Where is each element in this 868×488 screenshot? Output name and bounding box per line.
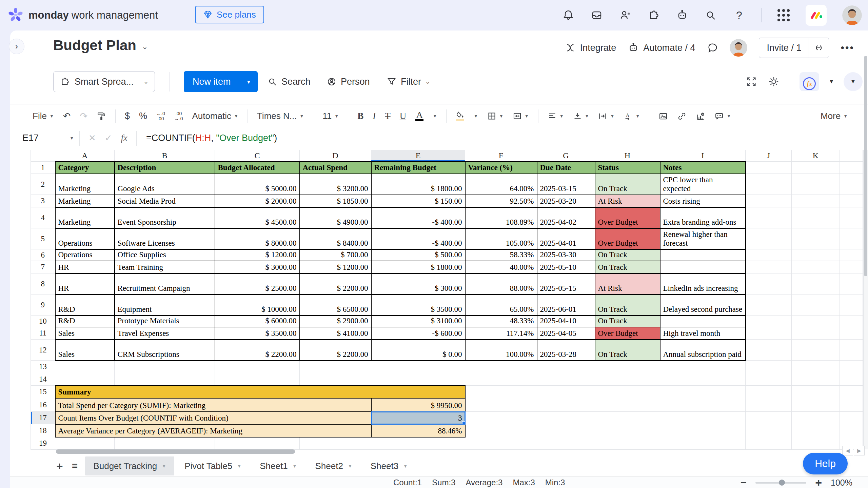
percent-format-icon[interactable]: % bbox=[139, 111, 147, 121]
notes-cell[interactable]: Extra branding add-ons bbox=[660, 207, 746, 228]
cell[interactable]: R&D bbox=[55, 294, 115, 316]
cell[interactable]: 2025-05-15 bbox=[537, 273, 595, 294]
sheet-tab-budget-tracking[interactable]: Budget Tracking▼ bbox=[85, 456, 174, 475]
cell[interactable] bbox=[746, 249, 792, 261]
ai-assistant-icon[interactable] bbox=[676, 9, 689, 22]
help-button[interactable]: Help bbox=[803, 453, 848, 474]
cell[interactable] bbox=[595, 398, 660, 412]
column-header-F[interactable]: F bbox=[465, 150, 537, 162]
cell[interactable] bbox=[660, 373, 746, 386]
selected-cell[interactable]: 3 bbox=[371, 412, 465, 424]
cell[interactable]: $ 3500.00 bbox=[215, 327, 300, 340]
cell[interactable]: 2025-05-10 bbox=[537, 261, 595, 273]
view-selector[interactable]: Smart Sprea... ⌄ bbox=[53, 71, 155, 92]
cell[interactable] bbox=[792, 437, 840, 450]
zoom-out-icon[interactable]: − bbox=[741, 479, 747, 486]
cell[interactable] bbox=[660, 398, 746, 412]
underline-icon[interactable]: U bbox=[400, 111, 407, 121]
row-header-5[interactable]: 5 bbox=[31, 228, 55, 249]
row-header-18[interactable]: 18 bbox=[31, 424, 55, 437]
row-header-10[interactable]: 10 bbox=[31, 316, 55, 327]
cell[interactable] bbox=[840, 386, 863, 398]
notes-cell[interactable]: Annual subscription paid bbox=[660, 340, 746, 361]
cell[interactable]: 65.00% bbox=[465, 294, 537, 316]
notes-cell[interactable]: High travel month bbox=[660, 327, 746, 340]
cell[interactable] bbox=[537, 386, 595, 398]
strikethrough-icon[interactable]: T bbox=[385, 111, 391, 121]
cell[interactable] bbox=[746, 398, 792, 412]
cell[interactable] bbox=[55, 361, 115, 373]
cell[interactable]: Team Training bbox=[115, 261, 215, 273]
add-sheet-icon[interactable]: + bbox=[56, 460, 63, 473]
cell[interactable]: Google Ads bbox=[115, 174, 215, 195]
cell[interactable] bbox=[792, 373, 840, 386]
expand-sidebar-button[interactable]: › bbox=[9, 39, 24, 54]
status-cell[interactable]: At Risk bbox=[595, 273, 660, 294]
cell[interactable]: $ 3500.00 bbox=[371, 294, 465, 316]
help-icon[interactable]: ? bbox=[733, 9, 746, 22]
cell[interactable] bbox=[537, 373, 595, 386]
apps-marketplace-icon[interactable] bbox=[647, 9, 660, 22]
borders-icon[interactable]: ▼ bbox=[487, 111, 504, 121]
cell[interactable] bbox=[595, 437, 660, 450]
cell[interactable]: Event Sponsorship bbox=[115, 207, 215, 228]
row-header-14[interactable]: 14 bbox=[31, 373, 55, 386]
board-menu-icon[interactable]: ••• bbox=[841, 42, 854, 54]
column-header-K[interactable]: K bbox=[792, 150, 840, 162]
header-cell[interactable]: Actual Spend bbox=[300, 162, 371, 174]
more-menu[interactable]: More▼ bbox=[821, 111, 848, 121]
cell[interactable]: R&D bbox=[55, 316, 115, 327]
increase-decimal-icon[interactable]: .00→.0 bbox=[174, 111, 183, 121]
cell[interactable] bbox=[840, 327, 863, 340]
cell[interactable] bbox=[746, 437, 792, 450]
cell[interactable]: 40.00% bbox=[465, 261, 537, 273]
notes-cell[interactable]: LinkedIn ads increasing bbox=[660, 273, 746, 294]
cell[interactable]: 105.00% bbox=[465, 228, 537, 249]
status-cell[interactable]: At Risk bbox=[595, 195, 660, 207]
horizontal-scrollbar-thumb[interactable] bbox=[56, 449, 295, 454]
cell[interactable] bbox=[792, 412, 840, 424]
cell[interactable]: Operations bbox=[55, 228, 115, 249]
cell[interactable]: CRM Subscriptions bbox=[115, 340, 215, 361]
cell[interactable]: 92.50% bbox=[465, 195, 537, 207]
cell[interactable] bbox=[465, 424, 537, 437]
cell[interactable]: $ 1200.00 bbox=[300, 261, 371, 273]
cell[interactable]: $ 1800.00 bbox=[371, 174, 465, 195]
invite-members-icon[interactable] bbox=[619, 9, 632, 22]
cell[interactable] bbox=[792, 386, 840, 398]
all-sheets-menu-icon[interactable]: ≡ bbox=[72, 460, 78, 472]
cell[interactable] bbox=[840, 373, 863, 386]
tab-scroll-left-icon[interactable]: ◀ bbox=[842, 446, 853, 455]
status-cell[interactable]: On Track bbox=[595, 340, 660, 361]
cell[interactable] bbox=[115, 373, 215, 386]
cell[interactable]: 88.00% bbox=[465, 273, 537, 294]
notes-cell[interactable]: Costs rising bbox=[660, 195, 746, 207]
cell[interactable] bbox=[746, 228, 792, 249]
cell[interactable]: Equipment bbox=[115, 294, 215, 316]
cell[interactable] bbox=[792, 424, 840, 437]
header-cell[interactable]: Due Date bbox=[537, 162, 595, 174]
header-cell[interactable]: Budget Allocated bbox=[215, 162, 300, 174]
grid-corner[interactable] bbox=[31, 150, 55, 162]
cell[interactable]: 2025-06-01 bbox=[537, 294, 595, 316]
cell[interactable]: 117.14% bbox=[465, 327, 537, 340]
cell[interactable] bbox=[746, 373, 792, 386]
cell[interactable]: Recruitment Campaign bbox=[115, 273, 215, 294]
column-header-H[interactable]: H bbox=[595, 150, 660, 162]
bold-icon[interactable]: B bbox=[357, 111, 363, 121]
cell[interactable] bbox=[840, 162, 863, 174]
cell[interactable]: $ 4900.00 bbox=[300, 207, 371, 228]
cell[interactable] bbox=[537, 437, 595, 450]
cell[interactable]: $ 5000.00 bbox=[215, 174, 300, 195]
cell[interactable]: $ 8400.00 bbox=[300, 228, 371, 249]
cell[interactable] bbox=[792, 261, 840, 273]
cell[interactable] bbox=[746, 273, 792, 294]
status-cell[interactable]: On Track bbox=[595, 294, 660, 316]
cell[interactable]: $ 2200.00 bbox=[300, 273, 371, 294]
row-header-16[interactable]: 16 bbox=[31, 398, 55, 412]
cell-reference-box[interactable]: E17▼ bbox=[10, 133, 79, 143]
monday-product-badge[interactable] bbox=[806, 5, 827, 26]
cell[interactable] bbox=[595, 386, 660, 398]
user-avatar[interactable] bbox=[842, 5, 862, 25]
insert-chart-icon[interactable] bbox=[696, 111, 705, 121]
